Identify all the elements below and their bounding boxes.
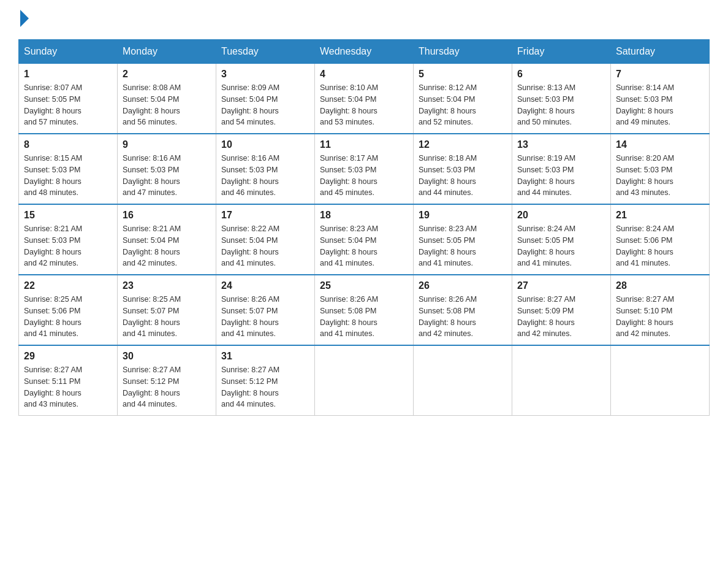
day-number: 2 <box>123 69 211 80</box>
day-number: 7 <box>616 69 704 80</box>
calendar-cell: 19Sunrise: 8:23 AMSunset: 5:05 PMDayligh… <box>414 204 512 275</box>
day-info: Sunrise: 8:12 AMSunset: 5:04 PMDaylight:… <box>419 82 507 128</box>
day-number: 20 <box>517 210 605 221</box>
week-row-3: 15Sunrise: 8:21 AMSunset: 5:03 PMDayligh… <box>19 204 710 275</box>
logo <box>18 12 29 27</box>
day-info: Sunrise: 8:10 AMSunset: 5:04 PMDaylight:… <box>320 82 408 128</box>
calendar-cell: 28Sunrise: 8:27 AMSunset: 5:10 PMDayligh… <box>611 275 710 345</box>
day-info: Sunrise: 8:26 AMSunset: 5:08 PMDaylight:… <box>320 294 408 340</box>
day-info: Sunrise: 8:26 AMSunset: 5:08 PMDaylight:… <box>419 294 507 340</box>
day-info: Sunrise: 8:07 AMSunset: 5:05 PMDaylight:… <box>24 82 112 128</box>
day-number: 26 <box>419 280 507 291</box>
calendar-cell: 27Sunrise: 8:27 AMSunset: 5:09 PMDayligh… <box>512 275 611 345</box>
calendar-cell: 23Sunrise: 8:25 AMSunset: 5:07 PMDayligh… <box>118 275 216 345</box>
day-number: 4 <box>320 69 408 80</box>
day-info: Sunrise: 8:15 AMSunset: 5:03 PMDaylight:… <box>24 153 112 199</box>
day-number: 14 <box>616 139 704 150</box>
day-info: Sunrise: 8:18 AMSunset: 5:03 PMDaylight:… <box>419 153 507 199</box>
day-number: 12 <box>419 139 507 150</box>
day-number: 27 <box>517 280 605 291</box>
day-info: Sunrise: 8:09 AMSunset: 5:04 PMDaylight:… <box>221 82 309 128</box>
week-row-4: 22Sunrise: 8:25 AMSunset: 5:06 PMDayligh… <box>19 275 710 345</box>
calendar-cell: 25Sunrise: 8:26 AMSunset: 5:08 PMDayligh… <box>315 275 414 345</box>
week-row-1: 1Sunrise: 8:07 AMSunset: 5:05 PMDaylight… <box>19 64 710 134</box>
calendar-cell: 14Sunrise: 8:20 AMSunset: 5:03 PMDayligh… <box>611 134 710 204</box>
weekday-header-monday: Monday <box>118 40 216 64</box>
calendar-cell: 22Sunrise: 8:25 AMSunset: 5:06 PMDayligh… <box>19 275 118 345</box>
day-info: Sunrise: 8:23 AMSunset: 5:04 PMDaylight:… <box>320 223 408 269</box>
week-row-2: 8Sunrise: 8:15 AMSunset: 5:03 PMDaylight… <box>19 134 710 204</box>
day-info: Sunrise: 8:24 AMSunset: 5:06 PMDaylight:… <box>616 223 704 269</box>
day-info: Sunrise: 8:19 AMSunset: 5:03 PMDaylight:… <box>517 153 605 199</box>
calendar-cell: 4Sunrise: 8:10 AMSunset: 5:04 PMDaylight… <box>315 64 414 134</box>
day-info: Sunrise: 8:17 AMSunset: 5:03 PMDaylight:… <box>320 153 408 199</box>
calendar-cell: 13Sunrise: 8:19 AMSunset: 5:03 PMDayligh… <box>512 134 611 204</box>
calendar-cell: 18Sunrise: 8:23 AMSunset: 5:04 PMDayligh… <box>315 204 414 275</box>
weekday-header-friday: Friday <box>512 40 611 64</box>
day-number: 18 <box>320 210 408 221</box>
day-info: Sunrise: 8:24 AMSunset: 5:05 PMDaylight:… <box>517 223 605 269</box>
calendar-cell: 29Sunrise: 8:27 AMSunset: 5:11 PMDayligh… <box>19 345 118 416</box>
day-info: Sunrise: 8:22 AMSunset: 5:04 PMDaylight:… <box>221 223 309 269</box>
day-number: 23 <box>123 280 211 291</box>
day-number: 11 <box>320 139 408 150</box>
calendar-cell: 2Sunrise: 8:08 AMSunset: 5:04 PMDaylight… <box>118 64 216 134</box>
week-row-5: 29Sunrise: 8:27 AMSunset: 5:11 PMDayligh… <box>19 345 710 416</box>
weekday-header-wednesday: Wednesday <box>315 40 414 64</box>
calendar-cell: 16Sunrise: 8:21 AMSunset: 5:04 PMDayligh… <box>118 204 216 275</box>
calendar-table: SundayMondayTuesdayWednesdayThursdayFrid… <box>18 39 710 416</box>
day-number: 8 <box>24 139 112 150</box>
calendar-cell: 20Sunrise: 8:24 AMSunset: 5:05 PMDayligh… <box>512 204 611 275</box>
day-info: Sunrise: 8:27 AMSunset: 5:10 PMDaylight:… <box>616 294 704 340</box>
day-info: Sunrise: 8:25 AMSunset: 5:07 PMDaylight:… <box>123 294 211 340</box>
calendar-cell: 8Sunrise: 8:15 AMSunset: 5:03 PMDaylight… <box>19 134 118 204</box>
day-info: Sunrise: 8:16 AMSunset: 5:03 PMDaylight:… <box>221 153 309 199</box>
day-info: Sunrise: 8:25 AMSunset: 5:06 PMDaylight:… <box>24 294 112 340</box>
calendar-cell: 9Sunrise: 8:16 AMSunset: 5:03 PMDaylight… <box>118 134 216 204</box>
day-info: Sunrise: 8:14 AMSunset: 5:03 PMDaylight:… <box>616 82 704 128</box>
calendar-cell <box>611 345 710 416</box>
day-info: Sunrise: 8:20 AMSunset: 5:03 PMDaylight:… <box>616 153 704 199</box>
day-number: 16 <box>123 210 211 221</box>
logo-triangle-icon <box>20 10 29 27</box>
calendar-cell: 10Sunrise: 8:16 AMSunset: 5:03 PMDayligh… <box>216 134 315 204</box>
calendar-cell: 3Sunrise: 8:09 AMSunset: 5:04 PMDaylight… <box>216 64 315 134</box>
day-number: 30 <box>123 351 211 362</box>
calendar-cell: 6Sunrise: 8:13 AMSunset: 5:03 PMDaylight… <box>512 64 611 134</box>
day-info: Sunrise: 8:27 AMSunset: 5:12 PMDaylight:… <box>221 364 309 410</box>
day-info: Sunrise: 8:13 AMSunset: 5:03 PMDaylight:… <box>517 82 605 128</box>
day-number: 25 <box>320 280 408 291</box>
weekday-header-row: SundayMondayTuesdayWednesdayThursdayFrid… <box>19 40 710 64</box>
calendar-cell: 26Sunrise: 8:26 AMSunset: 5:08 PMDayligh… <box>414 275 512 345</box>
weekday-header-thursday: Thursday <box>414 40 512 64</box>
page-header <box>18 12 710 27</box>
day-info: Sunrise: 8:27 AMSunset: 5:12 PMDaylight:… <box>123 364 211 410</box>
day-info: Sunrise: 8:23 AMSunset: 5:05 PMDaylight:… <box>419 223 507 269</box>
day-number: 10 <box>221 139 309 150</box>
day-number: 1 <box>24 69 112 80</box>
day-number: 15 <box>24 210 112 221</box>
day-number: 17 <box>221 210 309 221</box>
day-info: Sunrise: 8:21 AMSunset: 5:04 PMDaylight:… <box>123 223 211 269</box>
day-number: 29 <box>24 351 112 362</box>
day-number: 3 <box>221 69 309 80</box>
calendar-cell: 15Sunrise: 8:21 AMSunset: 5:03 PMDayligh… <box>19 204 118 275</box>
day-number: 9 <box>123 139 211 150</box>
weekday-header-tuesday: Tuesday <box>216 40 315 64</box>
calendar-cell: 17Sunrise: 8:22 AMSunset: 5:04 PMDayligh… <box>216 204 315 275</box>
day-info: Sunrise: 8:16 AMSunset: 5:03 PMDaylight:… <box>123 153 211 199</box>
weekday-header-saturday: Saturday <box>611 40 710 64</box>
day-number: 28 <box>616 280 704 291</box>
day-number: 19 <box>419 210 507 221</box>
calendar-cell <box>512 345 611 416</box>
day-number: 13 <box>517 139 605 150</box>
calendar-cell <box>414 345 512 416</box>
calendar-cell: 31Sunrise: 8:27 AMSunset: 5:12 PMDayligh… <box>216 345 315 416</box>
calendar-cell <box>315 345 414 416</box>
weekday-header-sunday: Sunday <box>19 40 118 64</box>
day-info: Sunrise: 8:27 AMSunset: 5:11 PMDaylight:… <box>24 364 112 410</box>
day-info: Sunrise: 8:21 AMSunset: 5:03 PMDaylight:… <box>24 223 112 269</box>
calendar-cell: 5Sunrise: 8:12 AMSunset: 5:04 PMDaylight… <box>414 64 512 134</box>
day-number: 31 <box>221 351 309 362</box>
day-number: 22 <box>24 280 112 291</box>
